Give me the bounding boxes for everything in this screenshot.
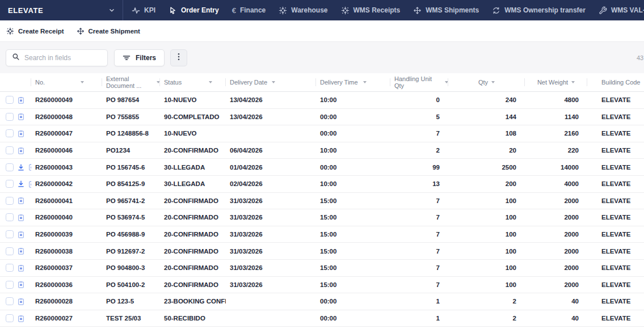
nav-item-order-entry[interactable]: Order Entry (169, 6, 219, 15)
header-no[interactable]: No. (31, 73, 102, 91)
row-checkbox[interactable] (6, 163, 14, 171)
create-receipt-button[interactable]: Create Receipt (6, 27, 64, 35)
search-field[interactable] (6, 49, 108, 66)
sort-icon[interactable] (209, 81, 212, 83)
cell-net-weight: 2000 (525, 264, 587, 271)
row-checkbox[interactable] (6, 297, 14, 305)
chevron-down-icon[interactable] (108, 6, 116, 14)
row-checkbox[interactable] (6, 281, 14, 289)
nav-item-finance[interactable]: € Finance (232, 6, 266, 14)
row-checkbox[interactable] (6, 230, 14, 238)
cell-delivery-time: 15:00 (316, 248, 390, 255)
table-row[interactable]: R260000042PO 854125-930-LLEGADA02/04/202… (0, 176, 644, 193)
header-delivery-date[interactable]: Delivery Date (226, 73, 316, 91)
header-external-document[interactable]: External Document ... (102, 73, 160, 91)
cell-net-weight: 40 (525, 298, 587, 305)
filters-label: Filters (136, 54, 156, 62)
row-checkbox[interactable] (6, 247, 14, 255)
table-row[interactable]: R260000048PO 75585590-COMPLETADO13/04/20… (0, 109, 644, 126)
sort-icon[interactable] (571, 81, 575, 83)
create-receipt-label: Create Receipt (18, 28, 64, 35)
row-checkbox[interactable] (6, 113, 14, 121)
cell-no: R260000046 (31, 147, 102, 154)
row-checkbox[interactable] (6, 264, 14, 272)
clipboard-icon[interactable] (18, 147, 24, 154)
nav-label: KPI (144, 6, 155, 14)
row-select-cell (0, 314, 31, 322)
brand-dropdown[interactable]: ELEVATE (0, 0, 123, 20)
nav-item-kpi[interactable]: KPI (132, 6, 155, 15)
header-delivery-time[interactable]: Delivery Time (316, 73, 390, 91)
cell-building-code: ELEVATE (587, 113, 644, 120)
sort-icon[interactable] (491, 81, 495, 83)
cell-handling-unit-qty: 0 (390, 96, 448, 103)
table-row[interactable]: R260000036PO 504100-220-CONFIRMADO31/03/… (0, 277, 644, 294)
table-row[interactable]: R260000041PO 965741-220-CONFIRMADO31/03/… (0, 193, 644, 210)
nav-item-wms-shipments[interactable]: WMS Shipments (413, 6, 479, 15)
sort-icon[interactable] (363, 81, 367, 83)
column-label: Status (164, 79, 182, 86)
table-row[interactable]: R260000049PO 98765410-NUEVO13/04/202610:… (0, 92, 644, 109)
clipboard-icon[interactable] (18, 231, 24, 238)
row-select-cell (0, 230, 31, 238)
clipboard-icon[interactable] (18, 264, 24, 272)
cell-building-code: ELEVATE (587, 130, 644, 137)
filters-button[interactable]: Filters (114, 49, 165, 66)
cell-no: R260000040 (31, 214, 102, 221)
header-net-weight[interactable]: Net Weight (525, 73, 587, 91)
clipboard-icon[interactable] (18, 96, 24, 104)
top-navigation-bar: ELEVATE KPI Order Entry € Finance Wareho… (0, 0, 644, 20)
sort-icon[interactable] (81, 81, 84, 83)
more-options-button[interactable] (170, 49, 187, 66)
cell-qty: 100 (448, 197, 525, 204)
clipboard-icon[interactable] (18, 298, 24, 305)
cell-no: R260000049 (31, 96, 102, 103)
table-row[interactable]: R260000039PO 456988-920-CONFIRMADO31/03/… (0, 226, 644, 243)
header-status[interactable]: Status (160, 73, 226, 91)
cell-building-code: ELEVATE (587, 147, 644, 154)
download-icon[interactable] (18, 180, 24, 187)
header-handling-unit-qty[interactable]: Handling Unit Qty (390, 73, 448, 91)
cell-net-weight: 2000 (525, 197, 587, 204)
filter-lines-icon (123, 54, 131, 62)
table-row[interactable]: R260000037PO 904800-320-CONFIRMADO31/03/… (0, 260, 644, 277)
row-checkbox[interactable] (6, 129, 14, 137)
clipboard-icon[interactable] (18, 214, 24, 221)
nav-item-warehouse[interactable]: Warehouse (279, 6, 327, 15)
table-row[interactable]: R260000038PO 912697-220-CONFIRMADO31/03/… (0, 243, 644, 260)
search-input[interactable] (24, 54, 102, 62)
table-row[interactable]: R260000027TEST 25/0350-RECIBIDO00:001240… (0, 310, 644, 327)
create-shipment-button[interactable]: Create Shipment (77, 27, 140, 35)
clipboard-icon[interactable] (18, 247, 24, 255)
nav-item-wms-val-activities[interactable]: WMS VAL-Activities (599, 6, 644, 15)
clipboard-icon[interactable] (18, 113, 24, 120)
clipboard-icon[interactable] (18, 315, 24, 322)
cell-no: R260000043 (31, 164, 102, 171)
table-row[interactable]: R260000040PO 536974-520-CONFIRMADO31/03/… (0, 209, 644, 226)
sort-icon[interactable] (272, 81, 275, 83)
nav-item-wms-ownership-transfer[interactable]: WMS Ownership transfer (492, 6, 586, 15)
row-checkbox[interactable] (6, 146, 14, 154)
row-checkbox[interactable] (6, 197, 14, 205)
table-row[interactable]: R260000047PO 1248856-810-NUEVO00:0071082… (0, 125, 644, 142)
cell-building-code: ELEVATE (587, 315, 644, 322)
row-checkbox[interactable] (6, 180, 14, 188)
row-select-cell (0, 146, 31, 154)
header-qty[interactable]: Qty (448, 73, 525, 91)
row-checkbox[interactable] (6, 213, 14, 221)
table-row[interactable]: R260000028PO 123-523-BOOKING CONFIRM00:0… (0, 293, 644, 310)
clipboard-icon[interactable] (18, 281, 24, 288)
row-checkbox[interactable] (6, 314, 14, 322)
download-icon[interactable] (18, 164, 24, 171)
cell-no: R260000028 (31, 298, 102, 305)
cell-no: R260000041 (31, 197, 102, 204)
clipboard-icon[interactable] (18, 130, 24, 137)
nav-item-wms-receipts[interactable]: WMS Receipts (341, 6, 401, 15)
table-row[interactable]: R260000043PO 156745-630-LLEGADA01/04/202… (0, 159, 644, 176)
column-label: Net Weight (537, 79, 568, 86)
row-checkbox[interactable] (6, 96, 14, 104)
nav-label: WMS VAL-Activities (611, 6, 644, 14)
cell-delivery-time: 15:00 (316, 264, 390, 271)
clipboard-icon[interactable] (18, 197, 24, 204)
table-row[interactable]: R260000046PO123420-CONFIRMADO06/04/20261… (0, 142, 644, 159)
